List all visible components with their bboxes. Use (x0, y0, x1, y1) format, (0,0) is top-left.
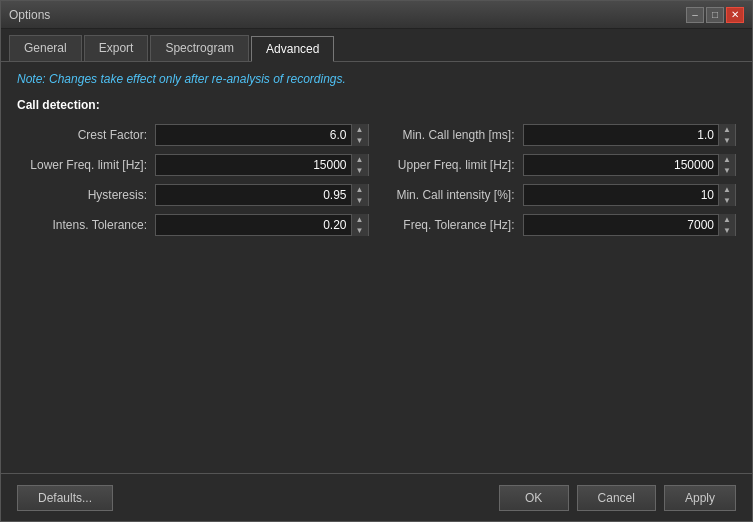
freq-tolerance-arrows: ▲ ▼ (718, 214, 735, 236)
intens-tolerance-up[interactable]: ▲ (352, 214, 368, 225)
tab-content: Note: Changes take effect only after re-… (1, 62, 752, 473)
hysteresis-input[interactable] (156, 185, 351, 205)
lower-freq-arrows: ▲ ▼ (351, 154, 368, 176)
intens-tolerance-arrows: ▲ ▼ (351, 214, 368, 236)
footer: Defaults... OK Cancel Apply (1, 473, 752, 521)
form-grid: Crest Factor: ▲ ▼ Min. Call length [ms]:… (17, 124, 736, 236)
min-call-length-row: Min. Call length [ms]: ▲ ▼ (385, 124, 737, 146)
min-call-intensity-label: Min. Call intensity [%]: (385, 188, 515, 202)
min-call-length-up[interactable]: ▲ (719, 124, 735, 135)
min-call-length-arrows: ▲ ▼ (718, 124, 735, 146)
freq-tolerance-down[interactable]: ▼ (719, 225, 735, 236)
lower-freq-row: Lower Freq. limit [Hz]: ▲ ▼ (17, 154, 369, 176)
lower-freq-up[interactable]: ▲ (352, 154, 368, 165)
lower-freq-input[interactable] (156, 155, 351, 175)
cancel-button[interactable]: Cancel (577, 485, 656, 511)
crest-factor-label: Crest Factor: (17, 128, 147, 142)
freq-tolerance-label: Freq. Tolerance [Hz]: (385, 218, 515, 232)
min-call-intensity-down[interactable]: ▼ (719, 195, 735, 206)
lower-freq-spinbox[interactable]: ▲ ▼ (155, 154, 369, 176)
tab-advanced[interactable]: Advanced (251, 36, 334, 62)
freq-tolerance-row: Freq. Tolerance [Hz]: ▲ ▼ (385, 214, 737, 236)
tab-general[interactable]: General (9, 35, 82, 61)
freq-tolerance-spinbox[interactable]: ▲ ▼ (523, 214, 737, 236)
close-button[interactable]: ✕ (726, 7, 744, 23)
intens-tolerance-input[interactable] (156, 215, 351, 235)
hysteresis-label: Hysteresis: (17, 188, 147, 202)
upper-freq-down[interactable]: ▼ (719, 165, 735, 176)
title-bar-controls: – □ ✕ (686, 7, 744, 23)
min-call-length-down[interactable]: ▼ (719, 135, 735, 146)
options-window: Options – □ ✕ General Export Spectrogram… (0, 0, 753, 522)
upper-freq-spinbox[interactable]: ▲ ▼ (523, 154, 737, 176)
hysteresis-down[interactable]: ▼ (352, 195, 368, 206)
hysteresis-arrows: ▲ ▼ (351, 184, 368, 206)
crest-factor-down[interactable]: ▼ (352, 135, 368, 146)
upper-freq-label: Upper Freq. limit [Hz]: (385, 158, 515, 172)
crest-factor-up[interactable]: ▲ (352, 124, 368, 135)
min-call-length-label: Min. Call length [ms]: (385, 128, 515, 142)
intens-tolerance-spinbox[interactable]: ▲ ▼ (155, 214, 369, 236)
min-call-length-input[interactable] (524, 125, 719, 145)
window-title: Options (9, 8, 50, 22)
hysteresis-spinbox[interactable]: ▲ ▼ (155, 184, 369, 206)
note-text: Note: Changes take effect only after re-… (17, 72, 736, 86)
min-call-length-spinbox[interactable]: ▲ ▼ (523, 124, 737, 146)
tabs-bar: General Export Spectrogram Advanced (1, 29, 752, 62)
section-title: Call detection: (17, 98, 736, 112)
lower-freq-down[interactable]: ▼ (352, 165, 368, 176)
min-call-intensity-row: Min. Call intensity [%]: ▲ ▼ (385, 184, 737, 206)
min-call-intensity-spinbox[interactable]: ▲ ▼ (523, 184, 737, 206)
intens-tolerance-down[interactable]: ▼ (352, 225, 368, 236)
upper-freq-arrows: ▲ ▼ (718, 154, 735, 176)
defaults-button[interactable]: Defaults... (17, 485, 113, 511)
footer-right: OK Cancel Apply (499, 485, 736, 511)
min-call-intensity-arrows: ▲ ▼ (718, 184, 735, 206)
freq-tolerance-input[interactable] (524, 215, 719, 235)
lower-freq-label: Lower Freq. limit [Hz]: (17, 158, 147, 172)
crest-factor-arrows: ▲ ▼ (351, 124, 368, 146)
hysteresis-up[interactable]: ▲ (352, 184, 368, 195)
tab-export[interactable]: Export (84, 35, 149, 61)
minimize-button[interactable]: – (686, 7, 704, 23)
freq-tolerance-up[interactable]: ▲ (719, 214, 735, 225)
crest-factor-row: Crest Factor: ▲ ▼ (17, 124, 369, 146)
intens-tolerance-row: Intens. Tolerance: ▲ ▼ (17, 214, 369, 236)
maximize-button[interactable]: □ (706, 7, 724, 23)
title-bar: Options – □ ✕ (1, 1, 752, 29)
ok-button[interactable]: OK (499, 485, 569, 511)
tab-spectrogram[interactable]: Spectrogram (150, 35, 249, 61)
upper-freq-input[interactable] (524, 155, 719, 175)
intens-tolerance-label: Intens. Tolerance: (17, 218, 147, 232)
apply-button[interactable]: Apply (664, 485, 736, 511)
hysteresis-row: Hysteresis: ▲ ▼ (17, 184, 369, 206)
crest-factor-input[interactable] (156, 125, 351, 145)
crest-factor-spinbox[interactable]: ▲ ▼ (155, 124, 369, 146)
upper-freq-up[interactable]: ▲ (719, 154, 735, 165)
min-call-intensity-input[interactable] (524, 185, 719, 205)
min-call-intensity-up[interactable]: ▲ (719, 184, 735, 195)
upper-freq-row: Upper Freq. limit [Hz]: ▲ ▼ (385, 154, 737, 176)
